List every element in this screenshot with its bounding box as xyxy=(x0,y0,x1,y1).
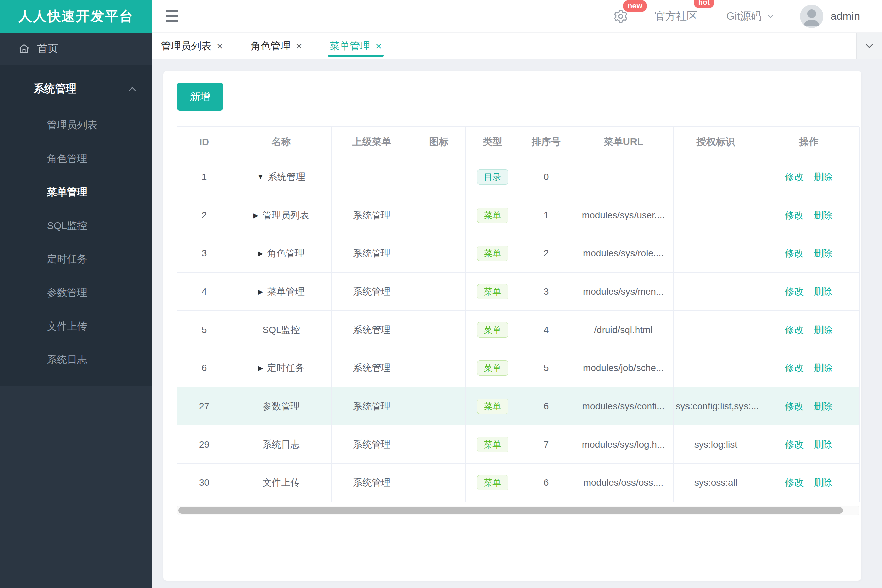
git-source-label: Git源码 xyxy=(726,9,762,24)
sidebar-item-菜单管理[interactable]: 菜单管理 xyxy=(0,176,152,209)
delete-link[interactable]: 删除 xyxy=(814,209,833,222)
hamburger-menu-icon[interactable] xyxy=(166,10,179,22)
table-header-cell: ID xyxy=(177,127,231,158)
tab-close-icon[interactable]: × xyxy=(216,40,223,51)
cell-name: ▶ 管理员列表 xyxy=(231,196,332,234)
sidebar-item-SQL监控[interactable]: SQL监控 xyxy=(0,209,152,242)
cell-icon xyxy=(412,273,466,311)
settings-button[interactable]: new xyxy=(613,9,628,24)
edit-link[interactable]: 修改 xyxy=(785,247,804,260)
edit-link[interactable]: 修改 xyxy=(785,362,804,375)
tree-caret-icon[interactable]: ▶ xyxy=(258,249,263,258)
sidebar-section-label: 系统管理 xyxy=(33,81,77,96)
cell-type: 菜单 xyxy=(466,311,520,349)
cell-menu-url: modules/sys/confi... xyxy=(573,387,674,425)
sidebar-item-文件上传[interactable]: 文件上传 xyxy=(0,309,152,343)
cell-actions: 修改 删除 xyxy=(758,311,859,349)
table-body: 1 ▼ 系统管理 目录 0 修改 删除 2 ▶ 管理员列表 系统管理 菜单 1 … xyxy=(177,158,859,502)
delete-link[interactable]: 删除 xyxy=(814,171,833,183)
community-link[interactable]: 官方社区 hot xyxy=(655,9,697,24)
tab[interactable]: 管理员列表 × xyxy=(161,33,223,59)
type-tag: 菜单 xyxy=(477,322,508,338)
edit-link[interactable]: 修改 xyxy=(785,324,804,336)
username-label[interactable]: admin xyxy=(831,10,860,22)
cell-parent-menu: 系统管理 xyxy=(332,425,412,464)
cell-name: 系统日志 xyxy=(231,425,332,464)
cell-parent-menu: 系统管理 xyxy=(332,464,412,502)
sidebar-home-label: 首页 xyxy=(37,41,59,56)
cell-icon xyxy=(412,464,466,502)
sidebar-item-角色管理[interactable]: 角色管理 xyxy=(0,142,152,176)
cell-id: 6 xyxy=(177,349,231,387)
type-tag: 菜单 xyxy=(477,360,508,376)
new-badge: new xyxy=(623,0,647,12)
add-button[interactable]: 新增 xyxy=(177,83,223,111)
community-label: 官方社区 xyxy=(655,10,697,22)
cell-actions: 修改 删除 xyxy=(758,425,859,464)
tree-caret-icon[interactable]: ▼ xyxy=(257,173,264,181)
chevron-up-icon xyxy=(128,84,138,94)
edit-link[interactable]: 修改 xyxy=(785,476,804,489)
delete-link[interactable]: 删除 xyxy=(814,285,833,298)
sidebar-section-system[interactable]: 系统管理 xyxy=(0,73,152,105)
sidebar-item-系统日志[interactable]: 系统日志 xyxy=(0,343,152,376)
delete-link[interactable]: 删除 xyxy=(814,400,833,412)
horizontal-scrollbar-thumb[interactable] xyxy=(179,507,843,514)
edit-link[interactable]: 修改 xyxy=(785,209,804,222)
table-row: 30 文件上传 系统管理 菜单 6 modules/oss/oss.... sy… xyxy=(177,464,859,502)
cell-icon xyxy=(412,387,466,425)
type-tag: 目录 xyxy=(477,169,508,185)
tab-close-icon[interactable]: × xyxy=(375,40,382,51)
tab[interactable]: 菜单管理 × xyxy=(330,33,382,59)
horizontal-scrollbar[interactable] xyxy=(177,506,859,515)
edit-link[interactable]: 修改 xyxy=(785,438,804,451)
tree-caret-icon[interactable]: ▶ xyxy=(253,211,258,219)
cell-parent-menu: 系统管理 xyxy=(332,196,412,234)
tree-caret-icon[interactable]: ▶ xyxy=(258,288,263,296)
cell-id: 29 xyxy=(177,425,231,464)
cell-order: 4 xyxy=(520,311,573,349)
cell-menu-url: modules/oss/oss.... xyxy=(573,464,674,502)
cell-type: 菜单 xyxy=(466,196,520,234)
delete-link[interactable]: 删除 xyxy=(814,324,833,336)
delete-link[interactable]: 删除 xyxy=(814,476,833,489)
sidebar-items: 管理员列表角色管理菜单管理SQL监控定时任务参数管理文件上传系统日志 xyxy=(0,105,152,386)
cell-parent-menu: 系统管理 xyxy=(332,311,412,349)
cell-icon xyxy=(412,196,466,234)
table-header-cell: 授权标识 xyxy=(674,127,758,158)
avatar[interactable] xyxy=(800,5,823,28)
sidebar-item-参数管理[interactable]: 参数管理 xyxy=(0,276,152,309)
tab-overflow-button[interactable] xyxy=(856,33,882,59)
cell-order: 6 xyxy=(520,387,573,425)
cell-name: ▶ 菜单管理 xyxy=(231,273,332,311)
delete-link[interactable]: 删除 xyxy=(814,438,833,451)
cell-permission: sys:oss:all xyxy=(674,464,758,502)
edit-link[interactable]: 修改 xyxy=(785,400,804,412)
cell-type: 菜单 xyxy=(466,273,520,311)
edit-link[interactable]: 修改 xyxy=(785,285,804,298)
content-card: 新增 ID名称上级菜单图标类型排序号菜单URL授权标识操作 1 ▼ 系统管理 目… xyxy=(163,71,861,580)
cell-type: 菜单 xyxy=(466,387,520,425)
sidebar-item-管理员列表[interactable]: 管理员列表 xyxy=(0,108,152,142)
cell-parent-menu: 系统管理 xyxy=(332,387,412,425)
cell-id: 3 xyxy=(177,234,231,273)
table-row: 3 ▶ 角色管理 系统管理 菜单 2 modules/sys/role.... … xyxy=(177,234,859,273)
delete-link[interactable]: 删除 xyxy=(814,362,833,375)
cell-name: 参数管理 xyxy=(231,387,332,425)
tab-close-icon[interactable]: × xyxy=(296,40,302,51)
cell-order: 6 xyxy=(520,464,573,502)
tree-caret-icon[interactable]: ▶ xyxy=(258,364,263,372)
header-right-cluster: new 官方社区 hot Git源码 xyxy=(613,0,860,33)
delete-link[interactable]: 删除 xyxy=(814,247,833,260)
git-source-dropdown[interactable]: Git源码 xyxy=(726,9,775,24)
sidebar-item-定时任务[interactable]: 定时任务 xyxy=(0,242,152,276)
tab[interactable]: 角色管理 × xyxy=(251,33,302,59)
menu-name: SQL监控 xyxy=(262,324,300,336)
sidebar-item-home[interactable]: 首页 xyxy=(0,33,152,65)
type-tag: 菜单 xyxy=(477,475,508,490)
table-row: 4 ▶ 菜单管理 系统管理 菜单 3 modules/sys/men... 修改… xyxy=(177,273,859,311)
table-header-cell: 图标 xyxy=(412,127,466,158)
edit-link[interactable]: 修改 xyxy=(785,171,804,183)
cell-type: 菜单 xyxy=(466,425,520,464)
menu-name: 管理员列表 xyxy=(262,209,309,222)
